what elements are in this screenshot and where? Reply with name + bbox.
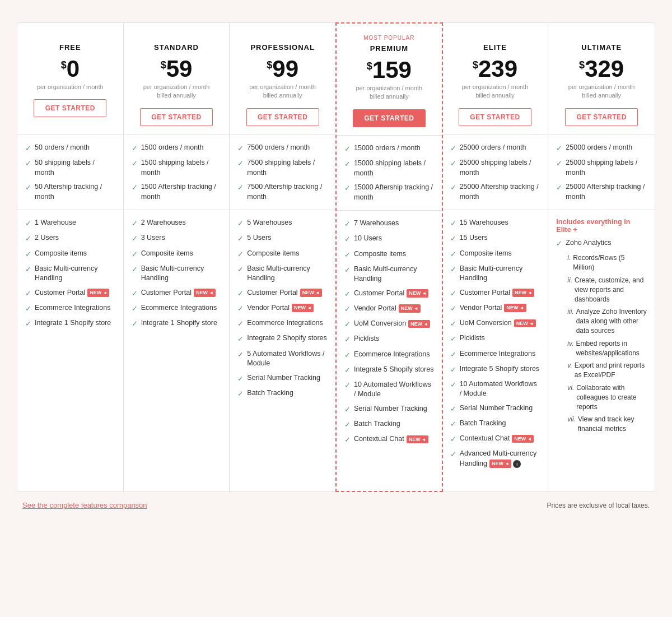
new-badge: NEW	[194, 289, 216, 297]
feature-text: 7 Warehouses	[354, 219, 399, 229]
feature-text: Integrate 1 Shopify store	[35, 318, 111, 328]
feature-item: ✓Basic Multi-currency Handling	[25, 264, 115, 284]
feature-item: ✓3 Users	[132, 233, 222, 244]
sub-item-num: iii.	[567, 307, 573, 317]
feature-item: ✓Vendor PortalNEW	[344, 304, 434, 314]
feature-text: Customer PortalNEW	[247, 288, 321, 298]
cta-button-elite[interactable]: GET STARTED	[459, 108, 531, 126]
check-icon: ✓	[237, 350, 244, 360]
includes-elite-label: Includes everything in Elite +	[556, 218, 647, 234]
check-icon: ✓	[344, 265, 351, 275]
cta-button-ultimate[interactable]: GET STARTED	[565, 108, 638, 126]
feature-item: ✓Composite items	[25, 249, 115, 259]
sub-item-num: vi.	[567, 383, 574, 393]
check-icon: ✓	[344, 234, 351, 244]
cta-button-professional[interactable]: GET STARTED	[246, 108, 319, 126]
feature-text: 3 Users	[141, 233, 165, 243]
check-icon: ✓	[237, 183, 244, 193]
feature-text: 10 Users	[354, 234, 382, 244]
feature-text: Vendor PortalNEW	[247, 303, 314, 313]
plan-period-ultimate: per organization / monthbilled annually	[568, 83, 635, 100]
usage-text: 15000 shipping labels / month	[354, 159, 434, 178]
check-icon: ✓	[450, 143, 456, 154]
feature-text: 2 Users	[35, 233, 59, 243]
plan-price-premium: $159	[367, 58, 412, 82]
feature-item: ✓1 Warehouse	[25, 218, 115, 229]
usage-item: ✓1500 Aftership tracking / month	[132, 182, 222, 202]
feature-item: ✓Picklists	[450, 333, 540, 344]
feature-text: Basic Multi-currency Handling	[247, 264, 328, 284]
usage-item: ✓15000 shipping labels / month	[344, 159, 434, 178]
zoho-sub-item: v.Export and print reports as Excel/PDF	[567, 361, 647, 380]
check-icon: ✓	[556, 239, 562, 249]
usage-text: 25000 shipping labels / month	[460, 158, 540, 178]
check-icon: ✓	[556, 183, 562, 193]
feature-text: 5 Warehouses	[247, 218, 292, 228]
feature-item: ✓Integrate 5 Shopify stores	[450, 364, 540, 375]
new-badge: NEW	[399, 304, 421, 313]
usage-item: ✓15000 Aftership tracking / month	[344, 183, 434, 202]
check-icon: ✓	[25, 319, 31, 329]
plan-period-professional: per organization / monthbilled annually	[249, 83, 316, 100]
check-icon: ✓	[344, 405, 351, 415]
usage-block-ultimate: ✓25000 orders / month✓25000 shipping lab…	[548, 135, 655, 210]
feature-item: ✓Composite items	[132, 249, 222, 259]
info-icon[interactable]: i	[513, 460, 521, 468]
plan-name-elite: ELITE	[483, 43, 507, 52]
zoho-sub-item: vii.View and track key financial metrics	[567, 415, 647, 434]
check-icon: ✓	[450, 350, 456, 360]
pricing-wrapper: FREE$0per organization / monthGET STARTE…	[11, 11, 661, 528]
feature-text: Integrate 5 Shopify stores	[460, 364, 539, 374]
check-icon: ✓	[344, 350, 351, 360]
plan-header-standard: STANDARD$59per organization / monthbille…	[124, 23, 230, 135]
cta-button-premium[interactable]: GET STARTED	[353, 109, 426, 127]
feature-text: Basic Multi-currency Handling	[35, 264, 115, 284]
check-icon: ✓	[132, 143, 138, 154]
plan-col-ultimate: ULTIMATE$329per organization / monthbill…	[548, 23, 655, 491]
feature-text: 10 Automated Workflows / Module	[354, 380, 434, 400]
check-icon: ✓	[344, 144, 351, 154]
sub-item-text: Create, customize, and view reports and …	[575, 276, 647, 304]
usage-item: ✓25000 shipping labels / month	[450, 158, 540, 178]
usage-item: ✓7500 shipping labels / month	[237, 158, 328, 178]
check-icon: ✓	[344, 183, 351, 193]
plan-name-free: FREE	[59, 43, 81, 52]
check-icon: ✓	[237, 334, 244, 344]
feature-item: ✓UoM ConversionNEW	[344, 319, 434, 330]
check-icon: ✓	[344, 381, 351, 391]
check-icon: ✓	[237, 159, 244, 169]
check-icon: ✓	[25, 249, 31, 259]
see-comparison-link[interactable]: See the complete features comparison	[22, 501, 147, 509]
feature-item: ✓Ecommerce Integrations	[132, 303, 222, 314]
check-icon: ✓	[450, 265, 456, 275]
cta-button-standard[interactable]: GET STARTED	[140, 108, 213, 126]
plan-name-standard: STANDARD	[154, 43, 199, 52]
feature-item: ✓10 Automated Workflows / Module	[344, 380, 434, 400]
check-icon: ✓	[132, 159, 138, 169]
feature-item: ✓Integrate 5 Shopify stores	[344, 365, 434, 375]
feature-text: Batch Tracking	[460, 419, 506, 429]
feature-text: 5 Automated Workflows / Module	[247, 349, 328, 369]
check-icon: ✓	[344, 250, 351, 260]
check-icon: ✓	[450, 380, 456, 390]
feature-item: ✓Serial Number Tracking	[344, 404, 434, 415]
check-icon: ✓	[132, 219, 138, 229]
check-icon: ✓	[237, 304, 244, 314]
sub-item-num: ii.	[567, 276, 572, 285]
check-icon: ✓	[132, 183, 138, 193]
cta-button-free[interactable]: GET STARTED	[34, 99, 106, 117]
check-icon: ✓	[132, 249, 138, 259]
check-icon: ✓	[450, 449, 456, 460]
feature-item: ✓Customer PortalNEW	[25, 288, 115, 299]
new-badge: NEW	[300, 289, 322, 297]
check-icon: ✓	[344, 159, 351, 169]
check-icon: ✓	[344, 289, 351, 299]
feature-text: Ecommerce Integrations	[141, 303, 217, 313]
feature-text: Basic Multi-currency Handling	[354, 265, 434, 284]
usage-item: ✓25000 orders / month	[450, 143, 540, 154]
plan-header-ultimate: ULTIMATE$329per organization / monthbill…	[548, 23, 655, 135]
check-icon: ✓	[344, 420, 351, 430]
feature-text: Batch Tracking	[354, 419, 400, 429]
feature-text: 15 Warehouses	[460, 218, 508, 228]
zoho-sub-item: i.Records/Rows (5 Million)	[567, 253, 647, 272]
